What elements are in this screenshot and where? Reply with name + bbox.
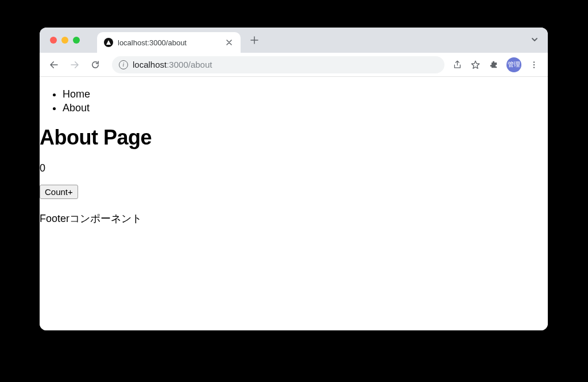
share-icon[interactable] [452,60,462,69]
svg-point-1 [533,61,535,63]
forward-button[interactable] [66,56,83,73]
window-controls [40,37,80,44]
tab-strip: localhost:3000/about [40,28,548,53]
bookmark-star-icon[interactable] [470,60,481,70]
favicon-icon [104,38,113,47]
profile-avatar[interactable]: 管理 [506,57,521,72]
browser-toolbar: i localhost:3000/about 管理 [40,53,548,77]
site-info-icon[interactable]: i [119,60,128,69]
count-button[interactable]: Count+ [40,185,78,199]
back-button[interactable] [45,56,63,73]
browser-tab[interactable]: localhost:3000/about [97,32,241,53]
url-text: localhost:3000/about [133,60,212,69]
url-path: :3000/about [167,60,212,69]
extensions-icon[interactable] [489,60,498,69]
maximize-window-button[interactable] [73,37,80,44]
svg-marker-0 [106,40,111,45]
url-host: localhost [133,60,167,69]
address-bar[interactable]: i localhost:3000/about [112,56,444,73]
chevron-down-icon[interactable] [531,36,539,46]
page-body: Home About About Page 0 Count+ Footerコンポ… [40,87,548,225]
nav-link-home[interactable]: Home [63,87,548,101]
nav-list: Home About [40,87,548,115]
svg-point-2 [533,64,535,65]
svg-point-3 [533,67,535,68]
page-title: About Page [40,126,548,150]
close-tab-button[interactable] [225,38,234,47]
toolbar-actions: 管理 [452,57,542,72]
footer-text: Footerコンポーネント [40,212,548,225]
tab-title: localhost:3000/about [118,38,220,47]
counter-value: 0 [40,162,548,174]
minimize-window-button[interactable] [61,37,68,44]
page-viewport: Home About About Page 0 Count+ Footerコンポ… [40,77,548,330]
nav-link-about[interactable]: About [63,101,548,115]
kebab-menu-icon[interactable] [529,60,539,69]
close-window-button[interactable] [50,37,57,44]
reload-button[interactable] [87,56,104,73]
new-tab-button[interactable] [246,32,262,48]
browser-window: localhost:3000/about i localhost:3000/ab… [40,28,548,330]
